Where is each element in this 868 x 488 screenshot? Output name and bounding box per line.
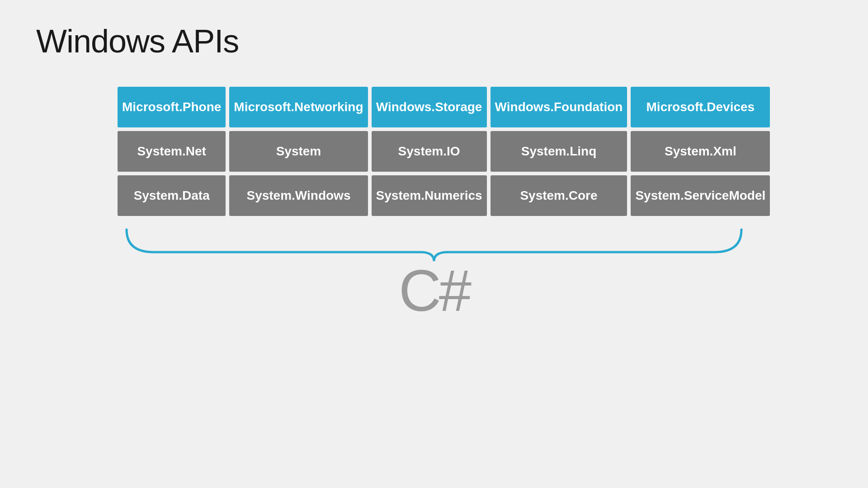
page-title: Windows APIs (36, 23, 832, 60)
cell-system-windows: System.Windows (229, 175, 368, 216)
cell-system-net: System.Net (118, 131, 226, 172)
brace-svg (118, 225, 750, 261)
page-container: Windows APIs Microsoft.Phone Microsoft.N… (0, 0, 868, 488)
cell-system-xml: System.Xml (631, 131, 770, 172)
cell-system-numerics: System.Numerics (372, 175, 487, 216)
cell-windows-foundation: Windows.Foundation (491, 87, 627, 127)
cell-windows-storage: Windows.Storage (372, 87, 487, 127)
brace-container: C# (118, 225, 750, 324)
cell-system-data: System.Data (118, 175, 226, 216)
cell-system-linq: System.Linq (491, 131, 627, 172)
cell-microsoft-devices: Microsoft.Devices (631, 87, 770, 127)
api-grid: Microsoft.Phone Microsoft.Networking Win… (118, 87, 750, 216)
cell-system-core: System.Core (491, 175, 627, 216)
cell-microsoft-phone: Microsoft.Phone (118, 87, 226, 127)
cell-microsoft-networking: Microsoft.Networking (229, 87, 368, 127)
cell-system-io: System.IO (372, 131, 487, 172)
cell-system-servicemodel: System.ServiceModel (631, 175, 770, 216)
cell-system: System (229, 131, 368, 172)
csharp-label: C# (399, 257, 469, 324)
